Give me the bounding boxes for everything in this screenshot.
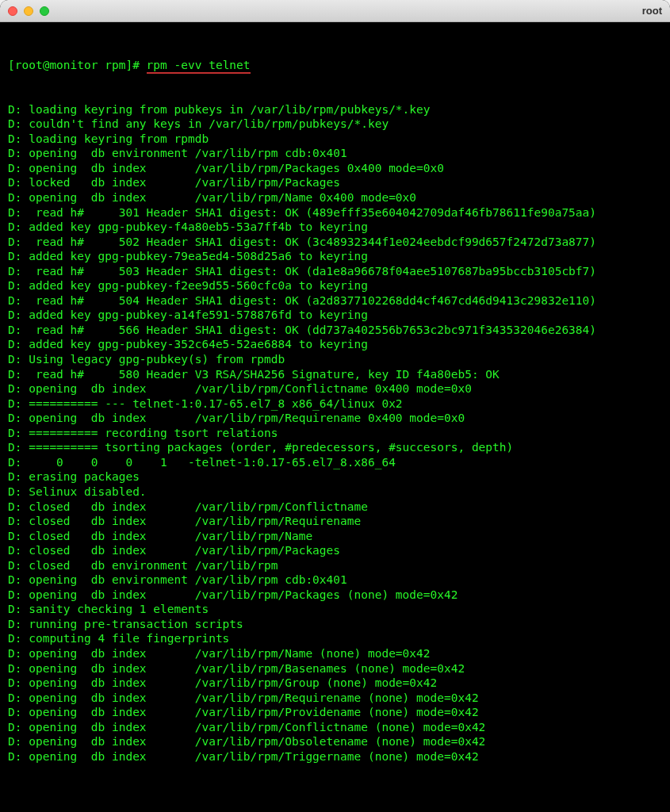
output-line: D: opening db index /var/lib/rpm/Trigger… — [8, 749, 662, 764]
output-line: D: read h# 301 Header SHA1 digest: OK (4… — [8, 205, 662, 220]
output-line: D: erasing packages — [8, 469, 662, 485]
output-line: D: opening db environment /var/lib/rpm c… — [8, 146, 662, 161]
output-line: D: added key gpg-pubkey-a14fe591-578876f… — [8, 308, 662, 323]
window-title: root — [642, 5, 662, 17]
command-text: rpm -evv telnet — [147, 59, 251, 74]
output-line: D: couldn't find any keys in /var/lib/rp… — [8, 117, 662, 132]
output-line: D: opening db index /var/lib/rpm/Provide… — [8, 705, 662, 720]
output-line: D: opening db index /var/lib/rpm/Conflic… — [8, 381, 662, 396]
output-line: D: added key gpg-pubkey-79ea5ed4-508d25a… — [8, 249, 662, 264]
prompt: [root@monitor rpm]# — [8, 59, 140, 71]
output-line: D: read h# 580 Header V3 RSA/SHA256 Sign… — [8, 367, 662, 382]
output-line: D: closed db environment /var/lib/rpm — [8, 558, 662, 573]
output-line: D: read h# 566 Header SHA1 digest: OK (d… — [8, 323, 662, 338]
output-line: D: loading keyring from rpmdb — [8, 132, 662, 147]
output-line: D: ========== tsorting packages (order, … — [8, 440, 662, 455]
output-line: D: closed db index /var/lib/rpm/Packages — [8, 543, 662, 558]
output-line: D: opening db index /var/lib/rpm/Group (… — [8, 676, 662, 691]
output-line: D: opening db index /var/lib/rpm/Obsolet… — [8, 734, 662, 749]
output-line: D: opening db index /var/lib/rpm/Basenam… — [8, 661, 662, 676]
output-line: D: opening db index /var/lib/rpm/Require… — [8, 691, 662, 706]
output-line: D: closed db index /var/lib/rpm/Name — [8, 529, 662, 544]
terminal-output: D: loading keyring from pubkeys in /var/… — [8, 102, 662, 764]
output-line: D: ========== recording tsort relations — [8, 426, 662, 441]
minimize-icon[interactable] — [24, 6, 33, 16]
output-line: D: ========== --- telnet-1:0.17-65.el7_8… — [8, 396, 662, 412]
output-line: D: opening db index /var/lib/rpm/Name (n… — [8, 646, 662, 661]
output-line: D: read h# 504 Header SHA1 digest: OK (a… — [8, 293, 662, 308]
titlebar[interactable]: root — [0, 0, 670, 22]
output-line: D: locked db index /var/lib/rpm/Packages — [8, 175, 662, 190]
output-line: D: opening db index /var/lib/rpm/Require… — [8, 411, 662, 426]
close-icon[interactable] — [8, 6, 17, 16]
output-line: D: 0 0 0 1 -telnet-1:0.17-65.el7_8.x86_6… — [8, 455, 662, 470]
output-line: D: read h# 503 Header SHA1 digest: OK (d… — [8, 264, 662, 279]
output-line: D: sanity checking 1 elements — [8, 602, 662, 617]
output-line: D: added key gpg-pubkey-f4a80eb5-53a7ff4… — [8, 220, 662, 235]
output-line: D: loading keyring from pubkeys in /var/… — [8, 102, 662, 117]
terminal-window: root [root@monitor rpm]# rpm -evv telnet… — [0, 0, 670, 812]
maximize-icon[interactable] — [40, 6, 49, 16]
output-line: D: opening db environment /var/lib/rpm c… — [8, 573, 662, 588]
output-line: D: Selinux disabled. — [8, 485, 662, 500]
terminal-body[interactable]: [root@monitor rpm]# rpm -evv telnet D: l… — [0, 22, 670, 812]
output-line: D: read h# 502 Header SHA1 digest: OK (3… — [8, 235, 662, 250]
prompt-line: [root@monitor rpm]# rpm -evv telnet — [8, 58, 662, 73]
output-line: D: opening db index /var/lib/rpm/Package… — [8, 161, 662, 176]
output-line: D: computing 4 file fingerprints — [8, 631, 662, 646]
window-controls — [8, 6, 49, 16]
output-line: D: Using legacy gpg-pubkey(s) from rpmdb — [8, 352, 662, 367]
output-line: D: running pre-transaction scripts — [8, 617, 662, 632]
output-line: D: closed db index /var/lib/rpm/Requiren… — [8, 514, 662, 529]
output-line: D: added key gpg-pubkey-f2ee9d55-560cfc0… — [8, 278, 662, 293]
output-line: D: opening db index /var/lib/rpm/Conflic… — [8, 720, 662, 735]
output-line: D: opening db index /var/lib/rpm/Package… — [8, 588, 662, 603]
output-line: D: opening db index /var/lib/rpm/Name 0x… — [8, 190, 662, 205]
output-line: D: added key gpg-pubkey-352c64e5-52ae688… — [8, 337, 662, 352]
output-line: D: closed db index /var/lib/rpm/Conflict… — [8, 500, 662, 515]
